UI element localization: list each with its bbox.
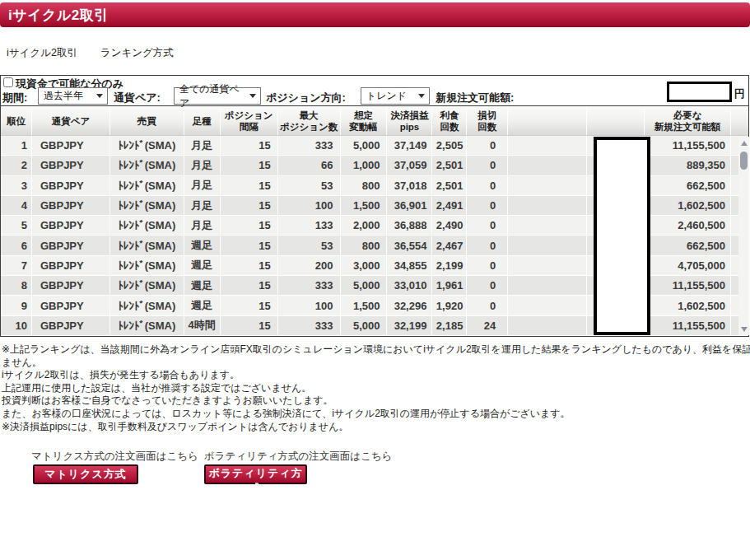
- direction-select-value: トレンド: [366, 89, 407, 103]
- disclaimer-line: iサイクル2取引は、損失が発生する場合もあります。: [2, 369, 750, 382]
- cell-required-amount: 662,500: [645, 236, 731, 254]
- period-label: 期間:: [2, 91, 27, 105]
- table-header-row: 順位通貨ペア売買足種ポジション間隔最大ポジション数想定変動幅決済損益pips利食…: [1, 106, 748, 136]
- cell-stop-loss-count: 0: [467, 256, 508, 275]
- cell-max-positions: 53: [278, 236, 341, 254]
- cell-pnl-pips: 37,149: [387, 136, 432, 155]
- cell-pair: GBPJPY: [32, 316, 110, 335]
- volatility-order-button[interactable]: ボラティリティ方式: [204, 464, 307, 484]
- column-header-blank-1: [508, 106, 587, 135]
- cell-blank-1: [508, 316, 587, 335]
- cell-pnl-pips: 37,059: [387, 156, 432, 175]
- cell-required-amount: 11,155,500: [645, 136, 731, 155]
- cell-rank: 4: [1, 196, 32, 215]
- chevron-down-icon: [418, 94, 425, 98]
- column-header-strategy: 売買: [110, 106, 184, 135]
- cell-expected-range: 1,000: [341, 156, 388, 175]
- matrix-order-link-label: マトリクス方式の注文画面はこちら: [31, 450, 198, 464]
- cell-rank: 5: [1, 216, 32, 235]
- cell-take-profit-count: 1,920: [432, 296, 467, 315]
- disclaimer-line: ※決済損益pipsには、取引手数料及びスワップポイントは含んでおりません。: [2, 421, 750, 434]
- cell-max-positions: 53: [278, 176, 341, 195]
- column-header-rank: 順位: [1, 106, 32, 135]
- cell-timeframe: 4時間: [184, 316, 221, 335]
- chevron-down-icon: [96, 94, 103, 98]
- cell-pnl-pips: 37,018: [387, 176, 432, 195]
- column-header-stop-loss-count: 損切回数: [467, 106, 508, 135]
- cell-blank-1: [508, 156, 587, 175]
- cell-rank: 10: [1, 316, 32, 335]
- cell-stop-loss-count: 0: [467, 176, 508, 195]
- tab-icycle2[interactable]: iサイクル2取引: [7, 46, 77, 60]
- cell-stop-loss-count: 0: [467, 216, 508, 235]
- pair-select[interactable]: 全ての通貨ペア: [174, 87, 261, 105]
- arrow-up-icon: [741, 141, 748, 146]
- cell-strategy: ﾄﾚﾝﾄﾞ(SMA): [110, 316, 184, 335]
- cell-rank: 9: [1, 296, 32, 315]
- cell-timeframe: 月足: [184, 136, 221, 155]
- cell-strategy: ﾄﾚﾝﾄﾞ(SMA): [110, 176, 184, 195]
- period-select[interactable]: 過去半年: [38, 87, 108, 105]
- cell-pnl-pips: 33,010: [387, 276, 432, 295]
- cell-take-profit-count: 2,185: [432, 316, 467, 335]
- cell-required-amount: 11,155,500: [645, 276, 731, 295]
- cell-timeframe: 週足: [184, 256, 221, 275]
- cell-expected-range: 3,000: [341, 256, 388, 275]
- cell-rank: 6: [1, 236, 32, 254]
- cell-timeframe: 月足: [184, 176, 221, 195]
- cell-rank: 2: [1, 156, 32, 175]
- redacted-column-box: [594, 137, 650, 335]
- cell-stop-loss-count: 0: [467, 156, 508, 175]
- cell-stop-loss-count: 0: [467, 136, 508, 155]
- cell-expected-range: 5,000: [341, 316, 388, 335]
- table-scrollbar[interactable]: [738, 137, 749, 335]
- cell-expected-range: 2,000: [341, 216, 388, 235]
- disclaimer-text: ※上記ランキングは、当該期間に外為オンライン店頭FX取引のシミュレーション環境に…: [2, 343, 750, 433]
- cell-expected-range: 800: [341, 176, 388, 195]
- cell-pair: GBPJPY: [32, 216, 110, 235]
- scrollbar-thumb[interactable]: [740, 152, 748, 170]
- cell-max-positions: 66: [278, 156, 341, 175]
- scroll-down-button[interactable]: [738, 324, 749, 334]
- cell-pair: GBPJPY: [32, 256, 110, 275]
- cell-strategy: ﾄﾚﾝﾄﾞ(SMA): [110, 296, 184, 315]
- cell-required-amount: 11,155,500: [645, 316, 731, 335]
- cell-required-amount: 1,602,500: [645, 196, 731, 215]
- cell-take-profit-count: 2,501: [432, 156, 467, 175]
- pair-label: 通貨ペア:: [114, 91, 161, 105]
- cell-blank-1: [508, 236, 587, 254]
- direction-label: ポジション方向:: [266, 91, 346, 105]
- pair-select-value: 全ての通貨ペア: [179, 82, 245, 110]
- direction-select[interactable]: トレンド: [361, 87, 430, 105]
- tab-ranking[interactable]: ランキング方式: [100, 46, 174, 60]
- disclaimer-line: 上記運用に使用した設定は、当社が推奨する設定ではございません。: [2, 382, 750, 395]
- cell-take-profit-count: 1,961: [432, 276, 467, 295]
- cell-required-amount: 1,602,500: [645, 296, 731, 315]
- cell-blank-1: [508, 176, 587, 195]
- cell-rank: 3: [1, 176, 32, 195]
- cell-position-interval: 15: [221, 176, 278, 195]
- column-header-max-positions: 最大ポジション数: [278, 106, 341, 135]
- matrix-order-button[interactable]: マトリクス方式: [33, 464, 138, 484]
- cell-position-interval: 15: [221, 156, 278, 175]
- cell-max-positions: 333: [278, 276, 341, 295]
- cell-pnl-pips: 36,901: [387, 196, 432, 215]
- cell-stop-loss-count: 0: [467, 196, 508, 215]
- disclaimer-line: ません。: [2, 357, 750, 370]
- column-header-pair: 通貨ペア: [32, 106, 110, 135]
- scroll-up-button[interactable]: [738, 138, 749, 148]
- cell-expected-range: 800: [341, 236, 388, 254]
- cell-position-interval: 15: [221, 196, 278, 215]
- app-title-bar: iサイクル2取引: [0, 2, 750, 27]
- cell-stop-loss-count: 0: [467, 276, 508, 295]
- cell-take-profit-count: 2,199: [432, 256, 467, 275]
- cell-strategy: ﾄﾚﾝﾄﾞ(SMA): [110, 156, 184, 175]
- cell-expected-range: 5,000: [341, 276, 388, 295]
- cell-blank-1: [508, 216, 587, 235]
- filter-bar: 現資金で可能な分のみ 期間: 過去半年 通貨ペア: 全ての通貨ペア ポジション方…: [1, 76, 748, 106]
- cell-stop-loss-count: 24: [467, 316, 508, 335]
- cell-stop-loss-count: 0: [467, 296, 508, 315]
- cell-strategy: ﾄﾚﾝﾄﾞ(SMA): [110, 216, 184, 235]
- period-select-value: 過去半年: [44, 89, 83, 103]
- cash-only-checkbox[interactable]: [3, 77, 13, 87]
